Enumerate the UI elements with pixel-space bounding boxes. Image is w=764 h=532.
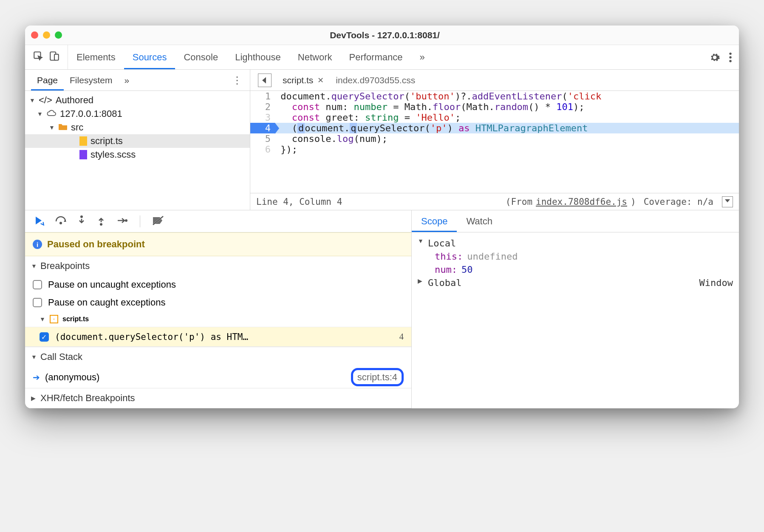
navigator-tab-filesystem[interactable]: Filesystem xyxy=(64,70,118,91)
checkbox-icon[interactable] xyxy=(33,298,42,307)
tabs-overflow-icon[interactable]: » xyxy=(411,45,433,69)
inspect-element-icon[interactable] xyxy=(33,51,44,64)
tree-label: styles.scss xyxy=(91,149,136,160)
scope-var-num[interactable]: num: 50 xyxy=(418,263,733,276)
toggle-navigator-icon[interactable] xyxy=(258,74,272,87)
window-title: DevTools - 127.0.0.1:8081/ xyxy=(62,30,707,40)
section-title: Breakpoints xyxy=(40,260,90,272)
pause-uncaught-row[interactable]: Pause on uncaught exceptions xyxy=(25,276,411,294)
source-map-link[interactable]: index.7808df6e.js xyxy=(536,197,627,207)
breakpoints-header[interactable]: ▼ Breakpoints xyxy=(25,256,411,276)
checkbox-icon[interactable] xyxy=(33,280,42,289)
from-close: ) xyxy=(631,197,636,207)
bp-file-label: script.ts xyxy=(62,315,89,323)
code-lines: 1 document.querySelector('button')?.addE… xyxy=(250,91,739,193)
file-tree: ▼ </> Authored ▼ 127.0.0.1:8081 ▼ src xyxy=(25,91,250,210)
disclosure-down-icon: ▼ xyxy=(29,97,35,104)
sources-subheader: Page Filesystem » ⋮ script.ts ✕ index.d9… xyxy=(25,70,739,91)
callstack-header[interactable]: ▼ Call Stack xyxy=(25,347,411,367)
svg-rect-2 xyxy=(54,54,59,60)
scope-name: Global xyxy=(428,277,461,288)
deactivate-breakpoints-icon[interactable] xyxy=(152,215,164,227)
frame-location[interactable]: script.ts:4 xyxy=(351,368,404,386)
svg-point-9 xyxy=(125,219,127,222)
tab-sources[interactable]: Sources xyxy=(124,45,175,69)
tab-scope[interactable]: Scope xyxy=(412,210,457,232)
debugger-panels: i Paused on breakpoint ▼ Breakpoints Pau… xyxy=(25,210,739,408)
sources-body: ▼ </> Authored ▼ 127.0.0.1:8081 ▼ src xyxy=(25,91,739,210)
scope-var-this[interactable]: this: undefined xyxy=(418,250,733,263)
scope-global-header[interactable]: ▶ Global Window xyxy=(418,276,733,289)
tab-performance[interactable]: Performance xyxy=(341,45,411,69)
step-out-icon[interactable] xyxy=(96,215,106,228)
svg-point-3 xyxy=(729,52,731,54)
tree-label: src xyxy=(71,122,83,133)
step-over-icon[interactable] xyxy=(55,215,67,227)
disclosure-right-icon: ▶ xyxy=(418,277,424,288)
checkbox-label: Pause on uncaught exceptions xyxy=(48,279,176,290)
disclosure-down-icon: ▼ xyxy=(37,110,43,117)
kebab-menu-icon[interactable] xyxy=(729,52,732,63)
tab-watch[interactable]: Watch xyxy=(457,210,502,232)
editor-tabs: script.ts ✕ index.d9703d55.css xyxy=(250,70,739,91)
bp-line-number: 4 xyxy=(399,331,404,342)
section-title: Call Stack xyxy=(40,351,82,362)
code-editor[interactable]: 1 document.querySelector('button')?.addE… xyxy=(250,91,739,210)
close-window-icon[interactable] xyxy=(31,31,38,39)
scope-name: Local xyxy=(428,238,456,249)
devtools-window: DevTools - 127.0.0.1:8081/ Elements Sour… xyxy=(25,25,739,408)
editor-statusbar: Line 4, Column 4 (From index.7808df6e.js… xyxy=(250,193,739,210)
pause-caught-row[interactable]: Pause on caught exceptions xyxy=(25,294,411,311)
editor-tab-script-ts[interactable]: script.ts ✕ xyxy=(277,75,329,85)
tab-console[interactable]: Console xyxy=(175,45,226,69)
breakpoint-entry[interactable]: (document.querySelector('p') as HTM… 4 xyxy=(25,327,411,347)
callstack-frame[interactable]: ➔ (anonymous) script.ts:4 xyxy=(25,367,411,388)
tab-lighthouse[interactable]: Lighthouse xyxy=(226,45,289,69)
cursor-position: Line 4, Column 4 xyxy=(256,197,342,207)
frame-name: (anonymous) xyxy=(45,372,99,383)
current-frame-arrow-icon: ➔ xyxy=(33,372,40,382)
device-toolbar-icon[interactable] xyxy=(49,51,60,64)
source-file-icon: · xyxy=(50,315,58,323)
step-into-icon[interactable] xyxy=(77,215,86,228)
code-line-5: console.log(num); xyxy=(275,133,739,144)
tree-host[interactable]: ▼ 127.0.0.1:8081 xyxy=(25,107,250,121)
tree-root-authored[interactable]: ▼ </> Authored xyxy=(25,93,250,107)
resume-icon[interactable] xyxy=(33,215,45,228)
navigator-tabs-overflow-icon[interactable]: » xyxy=(118,75,135,85)
tree-file-script-ts[interactable]: script.ts xyxy=(25,134,250,148)
var-name: num: xyxy=(435,264,457,275)
breakpoint-file-group[interactable]: ▼ · script.ts xyxy=(25,311,411,327)
xhr-breakpoints-header[interactable]: ▶ XHR/fetch Breakpoints xyxy=(25,388,411,408)
svg-point-6 xyxy=(59,222,62,224)
settings-gear-icon[interactable] xyxy=(709,52,720,63)
navigator-kebab-icon[interactable]: ⋮ xyxy=(224,74,250,86)
fullscreen-window-icon[interactable] xyxy=(55,31,62,39)
var-name: this: xyxy=(435,251,463,262)
editor-tab-label: script.ts xyxy=(283,75,313,85)
tree-label: 127.0.0.1:8081 xyxy=(60,108,122,119)
scope-local-header[interactable]: ▼ Local xyxy=(418,237,733,250)
coverage-toggle-icon[interactable] xyxy=(722,196,733,207)
titlebar: DevTools - 127.0.0.1:8081/ xyxy=(25,25,739,45)
disclosure-right-icon: ▶ xyxy=(31,395,37,402)
navigator-tab-page[interactable]: Page xyxy=(31,70,64,91)
scope-body: ▼ Local this: undefined num: 50 ▶ Global… xyxy=(412,232,739,294)
tab-network[interactable]: Network xyxy=(289,45,341,69)
minimize-window-icon[interactable] xyxy=(43,31,50,39)
code-line-2: const num: number = Math.floor(Math.rand… xyxy=(275,102,739,112)
editor-tab-index-css[interactable]: index.d9703d55.css xyxy=(331,75,420,85)
tree-folder-src[interactable]: ▼ src xyxy=(25,121,250,134)
debugger-left-pane: i Paused on breakpoint ▼ Breakpoints Pau… xyxy=(25,210,412,408)
step-icon[interactable] xyxy=(116,216,128,227)
tab-elements[interactable]: Elements xyxy=(68,45,124,69)
tree-file-styles-scss[interactable]: styles.scss xyxy=(25,148,250,161)
checkbox-checked-icon[interactable] xyxy=(40,332,49,342)
disclosure-down-icon: ▼ xyxy=(31,354,37,360)
code-brackets-icon: </> xyxy=(39,95,52,106)
svg-point-7 xyxy=(80,215,83,218)
close-tab-icon[interactable]: ✕ xyxy=(317,76,324,85)
traffic-lights xyxy=(31,31,62,39)
svg-point-8 xyxy=(100,223,102,226)
var-value: 50 xyxy=(461,264,473,275)
